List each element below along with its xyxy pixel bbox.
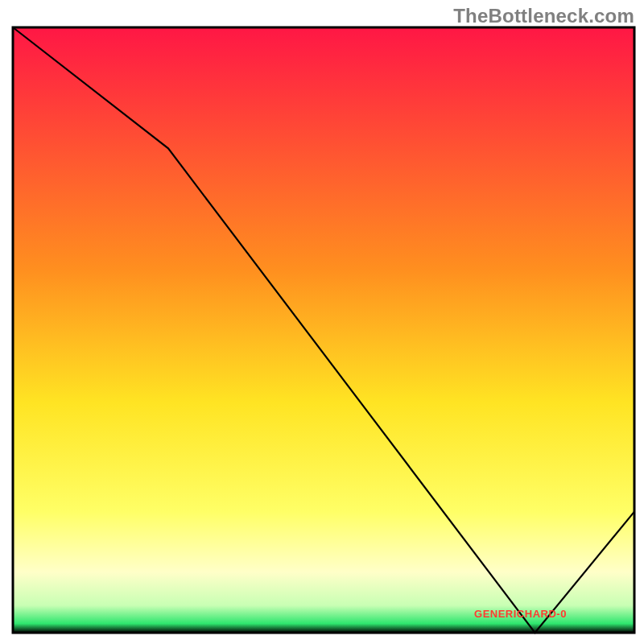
chart-container: TheBottleneck.com GENERICHARD-0 bbox=[0, 0, 644, 644]
series-annotation: GENERICHARD-0 bbox=[474, 608, 567, 620]
line-chart bbox=[0, 0, 644, 644]
chart-background bbox=[13, 27, 634, 633]
